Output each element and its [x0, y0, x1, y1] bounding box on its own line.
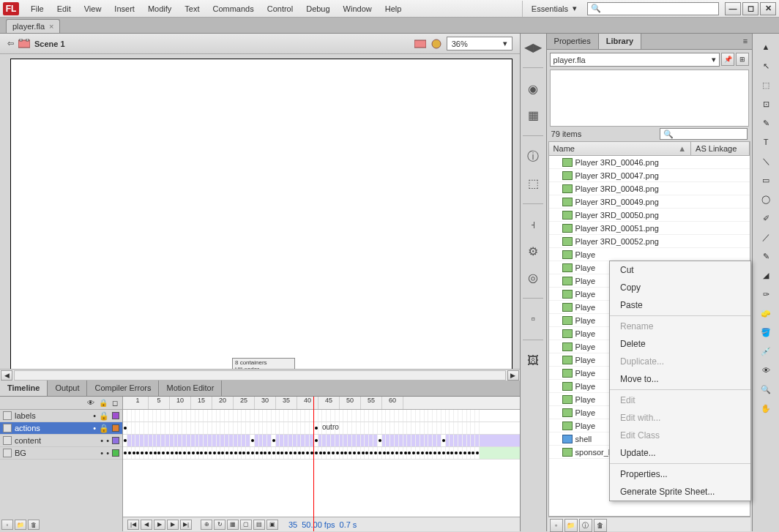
- tool-9[interactable]: ✐: [756, 209, 775, 227]
- ruler-tick[interactable]: 30: [255, 397, 276, 409]
- info-panel-icon[interactable]: ⓘ: [524, 148, 542, 165]
- context-item-properties-[interactable]: Properties...: [610, 465, 750, 483]
- visibility-dot[interactable]: •: [93, 424, 96, 432]
- playhead[interactable]: [313, 397, 314, 531]
- ruler-tick[interactable]: 45: [318, 397, 340, 409]
- context-item-update-[interactable]: Update...: [610, 444, 750, 462]
- tool-0[interactable]: ▲: [756, 38, 775, 56]
- menu-insert[interactable]: Insert: [108, 1, 141, 17]
- ruler-tick[interactable]: 50: [340, 397, 361, 409]
- tab-compiler-errors[interactable]: Compiler Errors: [87, 381, 159, 396]
- layer-row[interactable]: BG••: [0, 447, 122, 460]
- lock-dot[interactable]: •: [106, 449, 109, 457]
- ruler-tick[interactable]: 40: [297, 397, 318, 409]
- layer-row[interactable]: labels•🔒: [0, 410, 122, 422]
- ruler-tick[interactable]: 25: [234, 397, 255, 409]
- frame-cell[interactable]: [272, 435, 276, 446]
- close-tab-icon[interactable]: ×: [49, 22, 53, 31]
- ruler-tick[interactable]: 1: [127, 397, 149, 409]
- frame-cell[interactable]: [314, 422, 318, 434]
- menu-view[interactable]: View: [78, 1, 108, 17]
- frame-ruler[interactable]: 151015202530354045505560: [123, 397, 520, 410]
- close-button[interactable]: ✕: [760, 2, 776, 15]
- layer-row[interactable]: content••: [0, 435, 122, 447]
- onion-outlines-button[interactable]: ▢: [240, 520, 252, 530]
- track-actions[interactable]: [123, 422, 520, 435]
- tool-18[interactable]: 🔍: [756, 381, 775, 398]
- tab-timeline[interactable]: Timeline: [0, 381, 48, 396]
- layer-row[interactable]: actions•🔒: [0, 422, 122, 435]
- context-item-move-to-[interactable]: Move to...: [610, 370, 750, 388]
- frame-cell[interactable]: [250, 435, 255, 446]
- tool-4[interactable]: ✎: [756, 114, 775, 132]
- frame-cell[interactable]: [475, 447, 480, 459]
- delete-button[interactable]: 🗑: [594, 519, 607, 532]
- frame-cell[interactable]: [475, 410, 480, 422]
- markers-button[interactable]: ▣: [266, 520, 278, 530]
- tool-11[interactable]: ✎: [756, 247, 775, 265]
- context-item-generate-sprite-sheet-[interactable]: Generate Sprite Sheet...: [610, 483, 750, 501]
- library-item[interactable]: Player 3RD_00049.png: [549, 195, 750, 209]
- tool-14[interactable]: 🧽: [756, 304, 775, 322]
- library-search-input[interactable]: [676, 130, 744, 138]
- library-item[interactable]: Playe: [549, 248, 750, 261]
- swatches-panel-icon[interactable]: ▦: [524, 106, 542, 124]
- visibility-dot[interactable]: •: [100, 436, 103, 445]
- tab-library[interactable]: Library: [599, 34, 641, 49]
- outline-color[interactable]: [112, 449, 119, 457]
- frame-cell[interactable]: [123, 435, 127, 446]
- menu-control[interactable]: Control: [261, 1, 299, 17]
- tool-5[interactable]: T: [756, 133, 775, 151]
- project-panel-icon[interactable]: 🖼: [524, 352, 542, 370]
- frame-cell[interactable]: [378, 435, 382, 446]
- visibility-icon[interactable]: 👁: [87, 399, 94, 407]
- loop-button[interactable]: ↻: [214, 520, 225, 530]
- dock-expand-icon[interactable]: ◀▶: [524, 38, 542, 56]
- next-frame-button[interactable]: ▶: [167, 520, 179, 530]
- outline-color[interactable]: [112, 412, 119, 419]
- scroll-right-icon[interactable]: ▶: [507, 370, 519, 381]
- lock-dot[interactable]: •: [106, 436, 109, 445]
- help-search-input[interactable]: [604, 4, 715, 13]
- library-item[interactable]: Player 3RD_00047.png: [549, 169, 750, 182]
- delete-layer-button[interactable]: 🗑: [28, 520, 40, 530]
- prev-frame-button[interactable]: ◀: [141, 520, 152, 530]
- code-snippets-icon[interactable]: ⚙: [524, 242, 542, 260]
- edit-symbol-icon[interactable]: [430, 39, 442, 49]
- ruler-tick[interactable]: 35: [276, 397, 297, 409]
- zoom-dropdown[interactable]: 36% ▾: [447, 37, 512, 50]
- stage-hscroll[interactable]: ◀ ▶: [0, 369, 520, 381]
- lock-dot[interactable]: 🔒: [99, 424, 109, 433]
- library-item[interactable]: Player 3RD_00050.png: [549, 209, 750, 222]
- ruler-tick[interactable]: 55: [361, 397, 382, 409]
- new-layer-button[interactable]: ▫: [1, 520, 13, 530]
- tool-16[interactable]: 💉: [756, 342, 775, 360]
- track-bg[interactable]: [123, 447, 520, 460]
- scroll-track[interactable]: [14, 370, 506, 381]
- tab-output[interactable]: Output: [48, 381, 87, 396]
- tab-motion-editor[interactable]: Motion Editor: [159, 381, 222, 396]
- tool-19[interactable]: ✋: [756, 400, 775, 417]
- tool-3[interactable]: ⊡: [756, 95, 775, 113]
- stage-canvas[interactable]: [10, 59, 512, 369]
- menu-file[interactable]: File: [25, 1, 50, 17]
- onion-skin-button[interactable]: ▦: [227, 520, 239, 530]
- context-item-delete[interactable]: Delete: [610, 335, 750, 353]
- motion-presets-icon[interactable]: ▫: [524, 310, 542, 328]
- library-item[interactable]: Player 3RD_00051.png: [549, 222, 750, 235]
- menu-debug[interactable]: Debug: [300, 1, 335, 17]
- library-item[interactable]: Player 3RD_00046.png: [549, 156, 750, 169]
- menu-window[interactable]: Window: [338, 1, 378, 17]
- library-search[interactable]: 🔍: [660, 128, 748, 140]
- track-labels[interactable]: [123, 410, 520, 422]
- frame-cell[interactable]: [441, 435, 446, 446]
- menu-modify[interactable]: Modify: [142, 1, 177, 17]
- components-panel-icon[interactable]: ◎: [524, 269, 542, 286]
- help-search[interactable]: 🔍: [587, 2, 719, 15]
- track-content[interactable]: [123, 435, 520, 447]
- properties-button[interactable]: ⓘ: [579, 519, 592, 532]
- outline-color[interactable]: [112, 437, 119, 444]
- outline-icon[interactable]: ◻: [112, 399, 118, 407]
- new-symbol-button[interactable]: ▫: [550, 519, 563, 532]
- transform-panel-icon[interactable]: ⬚: [524, 174, 542, 192]
